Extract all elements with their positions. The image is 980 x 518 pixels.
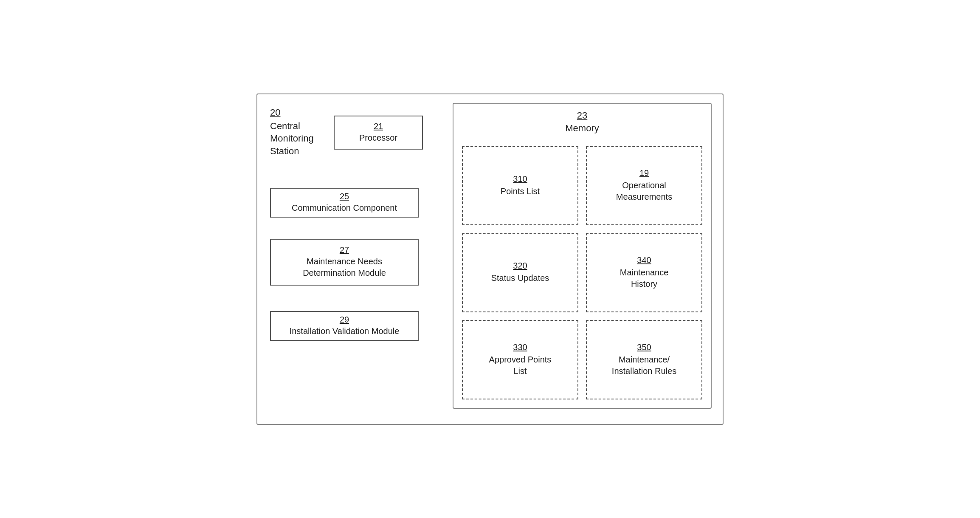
- install-rules-number: 350: [637, 343, 651, 352]
- approved-label: Approved Points List: [489, 354, 552, 377]
- memory-number: 23: [577, 110, 587, 121]
- operational-measurements-box: 19 Operational Measurements: [586, 146, 702, 226]
- left-section: 20 Central Monitoring Station 21 Process…: [266, 103, 431, 409]
- points-list-number: 310: [513, 174, 527, 184]
- maint-history-label: Maintenance History: [620, 267, 669, 290]
- installation-box: 29 Installation Validation Module: [270, 311, 419, 341]
- points-list-label: Points List: [501, 186, 540, 197]
- outer-border: 20 Central Monitoring Station 21 Process…: [256, 93, 724, 425]
- maintenance-history-box: 340 Maintenance History: [586, 233, 702, 312]
- diagram-container: 20 Central Monitoring Station 21 Process…: [256, 93, 724, 425]
- cms-label: Central Monitoring Station: [270, 120, 314, 158]
- points-list-box: 310 Points List: [462, 146, 578, 226]
- status-label: Status Updates: [491, 272, 549, 284]
- memory-section: 23 Memory 310 Points List 19 Operational…: [453, 103, 712, 409]
- installation-rules-box: 350 Maintenance/ Installation Rules: [586, 320, 702, 399]
- operational-label: Operational Measurements: [616, 180, 672, 203]
- maint-history-number: 340: [637, 255, 651, 265]
- installation-label: Installation Validation Module: [290, 326, 400, 337]
- operational-number: 19: [639, 168, 649, 178]
- processor-box: 21 Processor: [334, 116, 423, 150]
- status-number: 320: [513, 261, 527, 271]
- maintenance-box: 27 Maintenance Needs Determination Modul…: [270, 239, 419, 286]
- comm-label: Communication Component: [292, 202, 397, 214]
- status-updates-box: 320 Status Updates: [462, 233, 578, 312]
- memory-label: Memory: [565, 123, 599, 134]
- processor-number: 21: [374, 122, 383, 131]
- approved-points-box: 330 Approved Points List: [462, 320, 578, 399]
- installation-number: 29: [340, 315, 349, 325]
- maintenance-number: 27: [340, 245, 349, 255]
- memory-grid: 310 Points List 19 Operational Measureme…: [462, 146, 702, 399]
- approved-number: 330: [513, 343, 527, 352]
- cms-number: 20: [270, 107, 280, 118]
- communication-box: 25 Communication Component: [270, 188, 419, 218]
- install-rules-label: Maintenance/ Installation Rules: [612, 354, 676, 377]
- maintenance-label: Maintenance Needs Determination Module: [303, 256, 386, 279]
- processor-label: Processor: [359, 132, 397, 144]
- comm-number: 25: [340, 192, 349, 201]
